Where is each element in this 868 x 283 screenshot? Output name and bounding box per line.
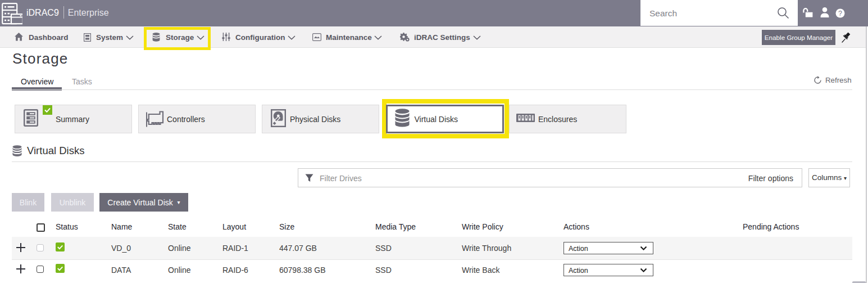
svg-text:?: ?	[838, 10, 842, 17]
